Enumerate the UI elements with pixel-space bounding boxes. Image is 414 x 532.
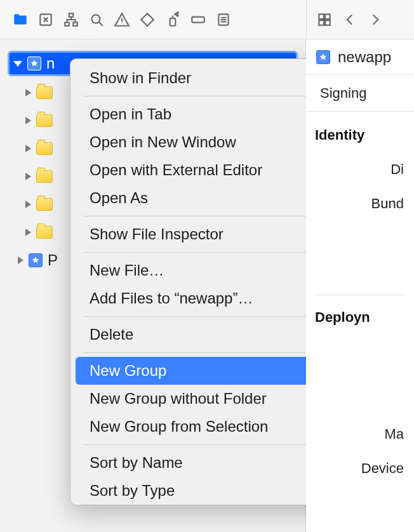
section-identity: Identity Di Bund Deployn Ma Device xyxy=(306,112,414,477)
menu-new-file[interactable]: New File… xyxy=(70,256,346,284)
menu-show-file-inspector[interactable]: Show File Inspector xyxy=(70,220,346,248)
svg-rect-9 xyxy=(192,17,204,22)
toolbar xyxy=(0,0,414,39)
inspector-panel: newapp Signing Identity Di Bund Deployn … xyxy=(306,39,414,532)
svg-point-8 xyxy=(177,12,178,13)
app-icon xyxy=(29,253,43,267)
inspector-breadcrumb[interactable]: newapp xyxy=(306,39,414,75)
menu-add-files[interactable]: Add Files to “newapp”… xyxy=(70,284,346,312)
folder-icon xyxy=(36,198,53,211)
app-icon xyxy=(27,57,41,70)
chevron-down-icon[interactable] xyxy=(13,61,22,67)
spray-icon[interactable] xyxy=(164,11,182,29)
menu-separator xyxy=(83,252,333,253)
field-mac: Ma xyxy=(315,426,405,442)
menu-separator xyxy=(83,216,333,216)
section-divider xyxy=(315,295,405,295)
svg-rect-13 xyxy=(319,20,324,25)
search-icon[interactable] xyxy=(88,11,105,29)
tree-product-label: P xyxy=(48,251,58,269)
svg-point-7 xyxy=(177,15,178,16)
project-navigator: n P Show in Finder Open in Tab Open in N… xyxy=(0,39,306,532)
menu-open-in-new-window[interactable]: Open in New Window xyxy=(70,128,346,156)
svg-rect-3 xyxy=(73,22,77,25)
chevron-right-icon[interactable] xyxy=(25,201,31,208)
chevron-right-icon[interactable] xyxy=(25,117,31,124)
app-icon xyxy=(316,50,330,64)
menu-separator xyxy=(83,316,333,317)
hierarchy-icon[interactable] xyxy=(62,11,80,29)
chevron-right-icon[interactable] xyxy=(25,89,31,96)
tab-signing[interactable]: Signing xyxy=(315,85,371,102)
field-display: Di xyxy=(315,161,405,178)
chevron-left-icon[interactable] xyxy=(341,11,359,29)
close-box-icon[interactable] xyxy=(37,11,55,29)
field-bundle: Bund xyxy=(315,196,405,212)
menu-sort-by-type[interactable]: Sort by Type xyxy=(70,477,346,505)
folder-icon xyxy=(36,170,53,183)
toolbar-right xyxy=(306,0,393,39)
toolbar-left xyxy=(0,11,306,29)
inspector-title: newapp xyxy=(338,48,391,66)
menu-separator xyxy=(83,96,333,96)
menu-new-group[interactable]: New Group xyxy=(76,357,341,385)
folder-icon[interactable] xyxy=(11,11,29,29)
menu-new-group-from-selection[interactable]: New Group from Selection xyxy=(70,413,346,441)
diamond-icon[interactable] xyxy=(138,11,156,29)
menu-new-group-without-folder[interactable]: New Group without Folder xyxy=(70,385,346,413)
menu-delete[interactable]: Delete xyxy=(70,321,346,349)
chevron-right-icon[interactable] xyxy=(366,11,384,29)
svg-rect-5 xyxy=(170,18,176,25)
svg-point-6 xyxy=(175,13,176,15)
svg-rect-11 xyxy=(319,14,324,19)
chevron-right-icon[interactable] xyxy=(25,145,31,152)
menu-open-as[interactable]: Open As xyxy=(70,184,346,212)
context-menu: Show in Finder Open in Tab Open in New W… xyxy=(70,58,347,505)
menu-sort-by-name[interactable]: Sort by Name xyxy=(70,449,346,477)
warning-icon[interactable] xyxy=(113,11,131,29)
svg-rect-14 xyxy=(325,20,330,25)
menu-show-in-finder[interactable]: Show in Finder xyxy=(70,64,346,92)
folder-icon xyxy=(36,86,53,99)
section-heading-identity: Identity xyxy=(315,127,405,143)
menu-open-external-editor[interactable]: Open with External Editor xyxy=(70,156,346,184)
folder-icon xyxy=(36,142,53,155)
field-device: Device xyxy=(315,460,405,477)
folder-icon xyxy=(36,114,53,127)
inspector-tabs: Signing xyxy=(306,75,414,112)
svg-rect-12 xyxy=(325,14,330,19)
project-name: n xyxy=(46,55,55,72)
chevron-right-icon[interactable] xyxy=(25,173,31,180)
section-heading-deploy: Deployn xyxy=(315,309,405,326)
list-icon[interactable] xyxy=(215,11,232,29)
grid-icon[interactable] xyxy=(316,11,333,29)
folder-icon xyxy=(36,226,53,239)
chevron-right-icon[interactable] xyxy=(25,229,31,236)
svg-rect-1 xyxy=(69,13,74,17)
menu-separator xyxy=(83,352,333,353)
chevron-right-icon[interactable] xyxy=(18,256,23,264)
svg-point-4 xyxy=(91,15,100,23)
menu-separator xyxy=(83,444,333,445)
tag-icon[interactable] xyxy=(189,11,207,29)
svg-rect-2 xyxy=(65,22,69,25)
menu-open-in-tab[interactable]: Open in Tab xyxy=(70,100,346,128)
